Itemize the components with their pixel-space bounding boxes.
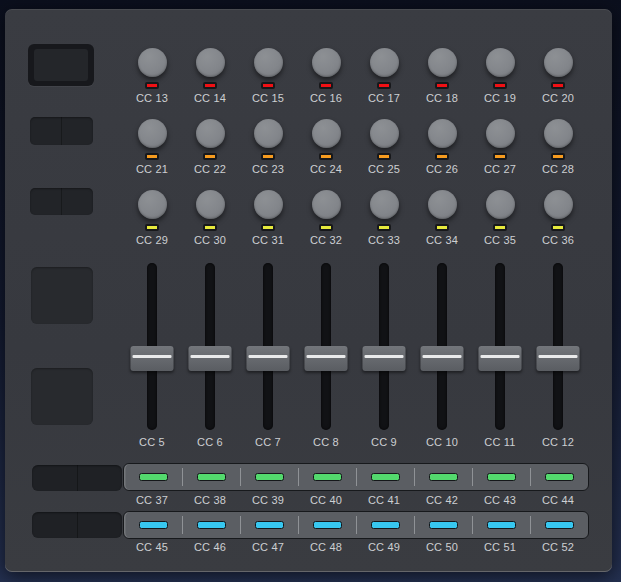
label-cell: CC 40 <box>297 494 355 507</box>
rotary-knob[interactable] <box>196 190 225 219</box>
transport-button[interactable] <box>61 117 93 145</box>
transport-button[interactable] <box>61 188 93 215</box>
lcd-display <box>28 44 94 86</box>
rotary-knob[interactable] <box>486 190 515 219</box>
fader-track[interactable] <box>495 263 505 430</box>
fader-cap[interactable] <box>421 346 464 371</box>
fader-cap[interactable] <box>247 346 290 371</box>
strip-button[interactable] <box>182 464 240 490</box>
rotary-knob[interactable] <box>138 48 167 77</box>
rotary-knob[interactable] <box>312 48 341 77</box>
cc-label: CC 50 <box>426 541 458 554</box>
cc-label: CC 7 <box>255 436 281 449</box>
rotary-knob[interactable] <box>196 119 225 148</box>
yellow-led-indicator <box>435 224 449 231</box>
knob-cell: CC 31 <box>239 190 297 247</box>
fader-track[interactable] <box>205 263 215 430</box>
knob-cell: CC 26 <box>413 119 471 176</box>
cc-label: CC 40 <box>310 494 342 507</box>
cc-label: CC 43 <box>484 494 516 507</box>
pad-button-2[interactable] <box>31 368 93 425</box>
rotary-knob[interactable] <box>544 190 573 219</box>
fader-cap[interactable] <box>363 346 406 371</box>
rotary-knob[interactable] <box>370 48 399 77</box>
knob-cell: CC 35 <box>471 190 529 247</box>
cc-label: CC 30 <box>194 234 226 247</box>
rotary-knob[interactable] <box>544 119 573 148</box>
rotary-knob[interactable] <box>196 48 225 77</box>
strip-button[interactable] <box>240 512 298 538</box>
cc-label: CC 36 <box>542 234 574 247</box>
fader-track[interactable] <box>379 263 389 430</box>
cc-label: CC 47 <box>252 541 284 554</box>
side-button[interactable] <box>32 465 77 491</box>
fader-track[interactable] <box>437 263 447 430</box>
knob-cell: CC 30 <box>181 190 239 247</box>
strip-button[interactable] <box>530 512 588 538</box>
fader-track[interactable] <box>553 263 563 430</box>
rotary-knob[interactable] <box>428 119 457 148</box>
rotary-knob[interactable] <box>138 119 167 148</box>
yellow-led-indicator <box>377 224 391 231</box>
red-led-indicator <box>493 82 507 89</box>
rotary-knob[interactable] <box>254 48 283 77</box>
side-button[interactable] <box>32 512 77 538</box>
transport-button-pair-2[interactable] <box>30 188 93 215</box>
strip-button[interactable] <box>414 512 472 538</box>
strip-button[interactable] <box>530 464 588 490</box>
rotary-knob[interactable] <box>312 190 341 219</box>
side-button-row-2[interactable] <box>32 512 122 538</box>
rotary-knob[interactable] <box>138 190 167 219</box>
fader-track[interactable] <box>147 263 157 430</box>
strip-button[interactable] <box>124 464 182 490</box>
rotary-knob[interactable] <box>486 119 515 148</box>
side-button-row-1[interactable] <box>32 465 122 491</box>
transport-button[interactable] <box>30 188 61 215</box>
green-led-indicator <box>197 473 226 481</box>
strip-button[interactable] <box>414 464 472 490</box>
rotary-knob[interactable] <box>428 190 457 219</box>
cc-label: CC 20 <box>542 92 574 105</box>
strip-button[interactable] <box>356 464 414 490</box>
fader-cap[interactable] <box>537 346 580 371</box>
rotary-knob[interactable] <box>428 48 457 77</box>
strip-button[interactable] <box>182 512 240 538</box>
cyan-led-indicator <box>255 521 284 529</box>
red-led-indicator <box>377 82 391 89</box>
rotary-knob[interactable] <box>370 190 399 219</box>
side-button[interactable] <box>77 512 123 538</box>
fader-cap[interactable] <box>131 346 174 371</box>
strip-button[interactable] <box>472 464 530 490</box>
green-led-indicator <box>429 473 458 481</box>
strip-button[interactable] <box>298 464 356 490</box>
fader-track[interactable] <box>263 263 273 430</box>
label-cell: CC 49 <box>355 541 413 554</box>
fader-cap[interactable] <box>305 346 348 371</box>
cc-label: CC 33 <box>368 234 400 247</box>
knob-cell: CC 15 <box>239 48 297 105</box>
strip-button[interactable] <box>240 464 298 490</box>
knob-cell: CC 27 <box>471 119 529 176</box>
rotary-knob[interactable] <box>254 190 283 219</box>
cc-label: CC 22 <box>194 163 226 176</box>
transport-button[interactable] <box>30 117 61 145</box>
rotary-knob[interactable] <box>370 119 399 148</box>
rotary-knob[interactable] <box>312 119 341 148</box>
cc-label: CC 6 <box>197 436 223 449</box>
rotary-knob[interactable] <box>486 48 515 77</box>
fader-cap[interactable] <box>189 346 232 371</box>
knob-row-2: CC 21 CC 22 CC 23 CC 24 <box>123 119 587 176</box>
fader-track[interactable] <box>321 263 331 430</box>
side-button[interactable] <box>77 465 123 491</box>
fader-cap[interactable] <box>479 346 522 371</box>
strip-button[interactable] <box>298 512 356 538</box>
label-cell: CC 47 <box>239 541 297 554</box>
strip-button[interactable] <box>356 512 414 538</box>
pad-button-1[interactable] <box>31 267 93 324</box>
transport-button-pair-1[interactable] <box>30 117 93 145</box>
strip-button[interactable] <box>472 512 530 538</box>
strip-button[interactable] <box>124 512 182 538</box>
rotary-knob[interactable] <box>254 119 283 148</box>
rotary-knob[interactable] <box>544 48 573 77</box>
label-cell: CC 37 <box>123 494 181 507</box>
